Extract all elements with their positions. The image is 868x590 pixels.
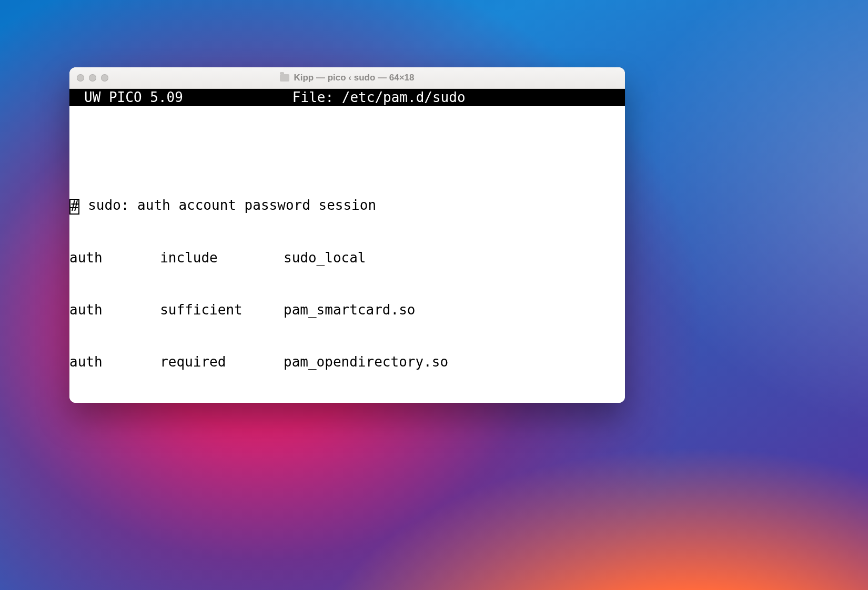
pico-file-label: File: /etc/pam.d/sudo: [292, 89, 466, 106]
window-titlebar[interactable]: Kipp — pico ‹ sudo — 64×18: [69, 67, 625, 89]
folder-icon: [280, 74, 289, 82]
pico-app-label: UW PICO 5.09: [84, 89, 183, 106]
minimize-button[interactable]: [89, 74, 96, 82]
file-line: auth required pam_opendirectory.so: [69, 353, 625, 371]
terminal-window: Kipp — pico ‹ sudo — 64×18 UW PICO 5.09 …: [69, 67, 625, 403]
text-cursor: #: [69, 199, 79, 215]
file-line: auth include sudo_local: [69, 249, 625, 267]
zoom-button[interactable]: [101, 74, 108, 82]
window-controls: [77, 74, 108, 82]
terminal-viewport[interactable]: UW PICO 5.09 File: /etc/pam.d/sudo # sud…: [69, 89, 625, 403]
editor-content[interactable]: # sudo: auth account password session au…: [69, 106, 625, 403]
pico-header-bar: UW PICO 5.09 File: /etc/pam.d/sudo: [69, 89, 625, 106]
file-line: [69, 145, 625, 162]
window-title-text: Kipp — pico ‹ sudo — 64×18: [294, 73, 414, 83]
window-title: Kipp — pico ‹ sudo — 64×18: [280, 73, 414, 83]
close-button[interactable]: [77, 74, 84, 82]
file-line: auth sufficient pam_smartcard.so: [69, 301, 625, 319]
file-line: # sudo: auth account password session: [69, 197, 625, 215]
